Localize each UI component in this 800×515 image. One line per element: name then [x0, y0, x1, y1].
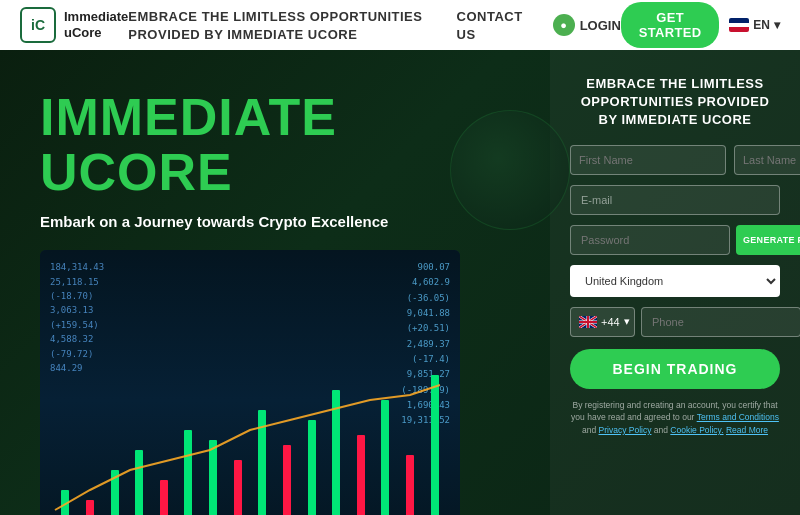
hero-chart-image: 184,314.4325,118.15(-18.70)3,063.13(+159…	[40, 250, 460, 515]
nav-links: EMBRACE THE LIMITLESS OPPORTUNITIES PROV…	[128, 7, 620, 43]
chevron-phone-icon: ▾	[624, 315, 630, 328]
last-name-input[interactable]	[734, 145, 800, 175]
password-input[interactable]	[570, 225, 730, 255]
login-icon: ●	[553, 14, 575, 36]
lang-selector[interactable]: EN ▾	[729, 18, 780, 32]
form-disclaimer: By registering and creating an account, …	[570, 399, 780, 437]
uk-flag-icon	[579, 316, 597, 328]
hero-left: IMMEDIATE UCORE Embark on a Journey towa…	[0, 50, 550, 515]
signup-form: EMBRACE THE LIMITLESS OPPORTUNITIES PROV…	[550, 50, 800, 515]
login-label: LOGIN	[580, 18, 621, 33]
phone-prefix-label: +44	[601, 316, 620, 328]
logo-icon: iC	[20, 7, 56, 43]
get-started-button[interactable]: GET STARTED	[621, 2, 720, 48]
read-more-link[interactable]: Read More	[726, 425, 768, 435]
flag-icon	[729, 18, 749, 32]
password-row: GENERATE PASSWORDS	[570, 225, 780, 255]
hero-title: IMMEDIATE UCORE	[40, 90, 520, 199]
logo-text: Immediate uCore	[64, 9, 128, 40]
first-name-input[interactable]	[570, 145, 726, 175]
nav-contact[interactable]: CONTACT US	[457, 9, 523, 42]
privacy-link[interactable]: Privacy Policy	[599, 425, 652, 435]
navbar: iC Immediate uCore EMBRACE THE LIMITLESS…	[0, 0, 800, 50]
form-title: EMBRACE THE LIMITLESS OPPORTUNITIES PROV…	[570, 75, 780, 130]
lang-label: EN	[753, 18, 770, 32]
chevron-down-icon: ▾	[774, 18, 780, 32]
cookie-link[interactable]: Cookie Policy.	[670, 425, 723, 435]
email-input[interactable]	[570, 185, 780, 215]
hero-subtitle: Embark on a Journey towards Crypto Excel…	[40, 213, 520, 230]
nav-about[interactable]: EMBRACE THE LIMITLESS OPPORTUNITIES PROV…	[128, 9, 422, 42]
hero-section: IMMEDIATE UCORE Embark on a Journey towa…	[0, 50, 800, 515]
logo[interactable]: iC Immediate uCore	[20, 7, 128, 43]
phone-row: +44 ▾	[570, 307, 780, 337]
begin-trading-button[interactable]: BEGIN TRADING	[570, 349, 780, 389]
name-row	[570, 145, 780, 175]
phone-prefix[interactable]: +44 ▾	[570, 307, 635, 337]
nav-login[interactable]: ● LOGIN	[553, 14, 621, 36]
terms-link[interactable]: Terms and Conditions	[697, 412, 779, 422]
generate-password-button[interactable]: GENERATE PASSWORDS	[736, 225, 800, 255]
chart-numbers-left: 184,314.4325,118.15(-18.70)3,063.13(+159…	[50, 260, 104, 375]
chart-candles	[40, 370, 460, 515]
phone-input[interactable]	[641, 307, 800, 337]
country-select[interactable]: United Kingdom United States Germany Fra…	[570, 265, 780, 297]
